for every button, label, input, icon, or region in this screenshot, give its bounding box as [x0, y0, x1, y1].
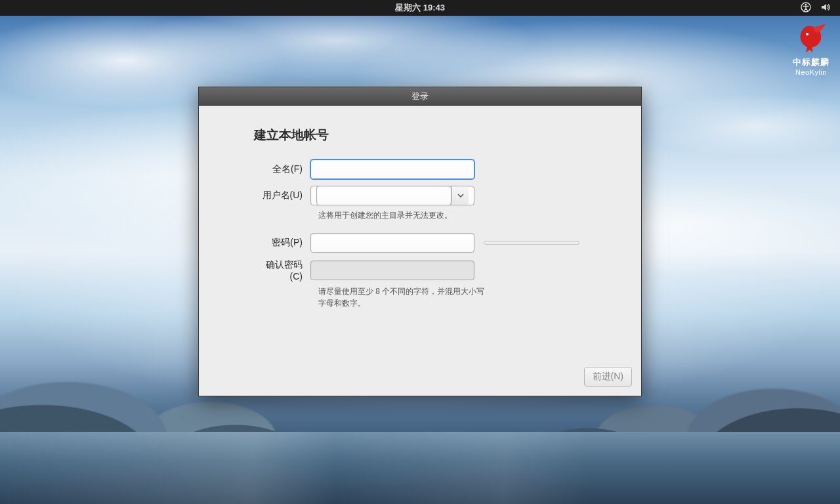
svg-point-1: [805, 3, 807, 5]
chevron-down-icon[interactable]: [452, 186, 469, 205]
confirm-password-label: 确认密码(C): [254, 259, 310, 282]
window-title: 登录: [411, 91, 429, 102]
wallpaper-water: [0, 432, 840, 504]
svg-point-2: [806, 33, 808, 35]
username-label: 用户名(U): [254, 190, 310, 201]
username-hint: 这将用于创建您的主目录并无法更改。: [318, 209, 489, 221]
confirm-password-input: [310, 261, 474, 280]
brand-text-cn: 中标麒麟: [793, 56, 830, 68]
page-heading: 建立本地帐号: [254, 127, 586, 144]
username-input[interactable]: [316, 186, 452, 205]
next-button[interactable]: 前进(N): [584, 367, 632, 387]
password-strength-meter: [484, 241, 579, 245]
brand-text-en: NeoKylin: [793, 68, 830, 76]
volume-icon[interactable]: [820, 2, 831, 14]
clock[interactable]: 星期六 19:43: [395, 2, 445, 14]
username-combo[interactable]: [310, 186, 474, 205]
password-input[interactable]: [310, 233, 474, 253]
fullname-label: 全名(F): [254, 163, 310, 175]
login-setup-window: 登录 建立本地帐号 全名(F) 用户名(U) 这将用于创建您的主目录并无法更改。…: [198, 87, 642, 396]
password-hint: 请尽量使用至少 8 个不同的字符，并混用大小写字母和数字。: [318, 285, 489, 309]
password-label: 密码(P): [254, 237, 310, 249]
fullname-input[interactable]: [310, 159, 474, 179]
top-bar: 星期六 19:43: [0, 0, 840, 16]
neokylin-brand: 中标麒麟 NeoKylin: [793, 22, 830, 76]
accessibility-icon[interactable]: [801, 2, 811, 14]
window-titlebar[interactable]: 登录: [199, 87, 641, 106]
kylin-logo-icon: [793, 22, 830, 55]
